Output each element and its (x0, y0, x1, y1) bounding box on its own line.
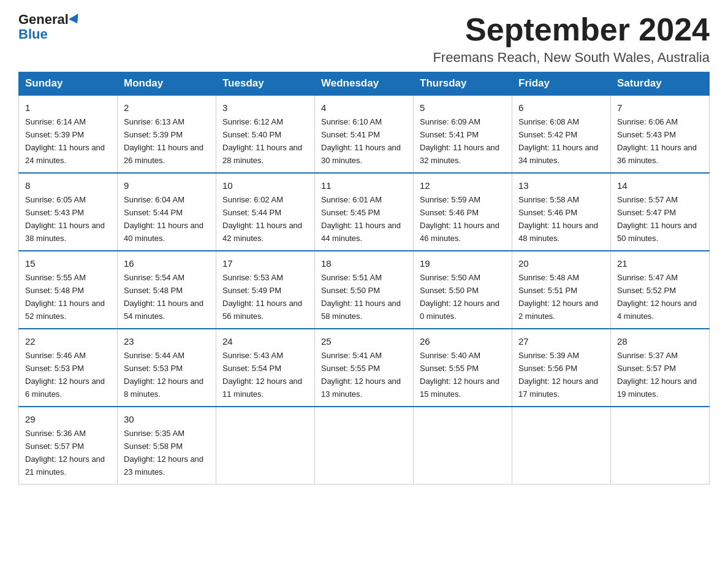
table-row: 21 Sunrise: 5:47 AMSunset: 5:52 PMDaylig… (611, 251, 710, 329)
day-number: 11 (321, 178, 407, 193)
day-info: Sunrise: 5:48 AMSunset: 5:51 PMDaylight:… (518, 273, 598, 321)
header-row: Sunday Monday Tuesday Wednesday Thursday… (19, 72, 710, 96)
table-row: 6 Sunrise: 6:08 AMSunset: 5:42 PMDayligh… (512, 95, 611, 173)
day-info: Sunrise: 5:57 AMSunset: 5:47 PMDaylight:… (617, 195, 697, 243)
table-row: 20 Sunrise: 5:48 AMSunset: 5:51 PMDaylig… (512, 251, 611, 329)
day-number: 23 (124, 334, 210, 348)
col-thursday: Thursday (414, 72, 512, 96)
logo-general: General (18, 12, 69, 27)
day-number: 30 (124, 412, 210, 426)
table-row (512, 407, 611, 484)
day-number: 15 (25, 256, 111, 270)
col-friday: Friday (512, 72, 611, 96)
day-info: Sunrise: 5:37 AMSunset: 5:57 PMDaylight:… (617, 351, 697, 399)
table-row: 9 Sunrise: 6:04 AMSunset: 5:44 PMDayligh… (118, 173, 216, 251)
table-row: 27 Sunrise: 5:39 AMSunset: 5:56 PMDaylig… (512, 329, 611, 407)
table-row: 1 Sunrise: 6:14 AMSunset: 5:39 PMDayligh… (19, 95, 118, 173)
day-info: Sunrise: 5:50 AMSunset: 5:50 PMDaylight:… (420, 273, 499, 321)
day-info: Sunrise: 5:55 AMSunset: 5:48 PMDaylight:… (25, 273, 105, 321)
table-row: 28 Sunrise: 5:37 AMSunset: 5:57 PMDaylig… (611, 329, 710, 407)
day-info: Sunrise: 6:05 AMSunset: 5:43 PMDaylight:… (25, 195, 105, 243)
day-number: 19 (420, 256, 506, 270)
day-info: Sunrise: 6:13 AMSunset: 5:39 PMDaylight:… (124, 117, 203, 165)
table-row: 13 Sunrise: 5:58 AMSunset: 5:46 PMDaylig… (512, 173, 611, 251)
table-row: 18 Sunrise: 5:51 AMSunset: 5:50 PMDaylig… (315, 251, 414, 329)
logo-triangle-icon (69, 13, 82, 26)
table-row: 4 Sunrise: 6:10 AMSunset: 5:41 PMDayligh… (315, 95, 414, 173)
day-info: Sunrise: 5:35 AMSunset: 5:58 PMDaylight:… (124, 429, 203, 477)
day-number: 22 (25, 334, 111, 348)
day-info: Sunrise: 5:41 AMSunset: 5:55 PMDaylight:… (321, 351, 401, 399)
table-row: 17 Sunrise: 5:53 AMSunset: 5:49 PMDaylig… (216, 251, 315, 329)
day-number: 4 (321, 101, 407, 115)
col-wednesday: Wednesday (315, 72, 414, 96)
day-info: Sunrise: 6:04 AMSunset: 5:44 PMDaylight:… (124, 195, 203, 243)
day-number: 1 (25, 101, 111, 115)
week-row: 22 Sunrise: 5:46 AMSunset: 5:53 PMDaylig… (19, 329, 710, 407)
day-number: 24 (222, 334, 308, 348)
day-number: 6 (518, 101, 604, 115)
day-info: Sunrise: 6:06 AMSunset: 5:43 PMDaylight:… (617, 117, 697, 165)
col-monday: Monday (118, 72, 216, 96)
day-number: 29 (25, 412, 111, 426)
day-info: Sunrise: 6:08 AMSunset: 5:42 PMDaylight:… (518, 117, 598, 165)
table-row: 19 Sunrise: 5:50 AMSunset: 5:50 PMDaylig… (414, 251, 512, 329)
day-number: 18 (321, 256, 407, 270)
day-number: 26 (420, 334, 506, 348)
week-row: 15 Sunrise: 5:55 AMSunset: 5:48 PMDaylig… (19, 251, 710, 329)
day-info: Sunrise: 5:51 AMSunset: 5:50 PMDaylight:… (321, 273, 401, 321)
day-number: 13 (518, 178, 604, 193)
table-row (611, 407, 710, 484)
day-number: 28 (617, 334, 703, 348)
table-row: 23 Sunrise: 5:44 AMSunset: 5:53 PMDaylig… (118, 329, 216, 407)
day-number: 5 (420, 101, 506, 115)
day-info: Sunrise: 5:36 AMSunset: 5:57 PMDaylight:… (25, 429, 105, 477)
day-info: Sunrise: 5:53 AMSunset: 5:49 PMDaylight:… (222, 273, 302, 321)
table-row: 29 Sunrise: 5:36 AMSunset: 5:57 PMDaylig… (19, 407, 118, 484)
calendar-table: Sunday Monday Tuesday Wednesday Thursday… (18, 72, 710, 484)
header: General Blue September 2024 Freemans Rea… (18, 12, 710, 66)
table-row (414, 407, 512, 484)
logo-blue: Blue (18, 27, 48, 42)
table-row: 22 Sunrise: 5:46 AMSunset: 5:53 PMDaylig… (19, 329, 118, 407)
day-number: 16 (124, 256, 210, 270)
day-info: Sunrise: 5:47 AMSunset: 5:52 PMDaylight:… (617, 273, 697, 321)
day-number: 7 (617, 101, 703, 115)
table-row: 5 Sunrise: 6:09 AMSunset: 5:41 PMDayligh… (414, 95, 512, 173)
table-row: 11 Sunrise: 6:01 AMSunset: 5:45 PMDaylig… (315, 173, 414, 251)
day-info: Sunrise: 5:39 AMSunset: 5:56 PMDaylight:… (518, 351, 598, 399)
col-saturday: Saturday (611, 72, 710, 96)
day-info: Sunrise: 6:14 AMSunset: 5:39 PMDaylight:… (25, 117, 105, 165)
week-row: 1 Sunrise: 6:14 AMSunset: 5:39 PMDayligh… (19, 95, 710, 173)
day-number: 20 (518, 256, 604, 270)
table-row: 30 Sunrise: 5:35 AMSunset: 5:58 PMDaylig… (118, 407, 216, 484)
day-info: Sunrise: 5:40 AMSunset: 5:55 PMDaylight:… (420, 351, 499, 399)
day-info: Sunrise: 5:59 AMSunset: 5:46 PMDaylight:… (420, 195, 499, 243)
table-row: 14 Sunrise: 5:57 AMSunset: 5:47 PMDaylig… (611, 173, 710, 251)
table-row (315, 407, 414, 484)
week-row: 29 Sunrise: 5:36 AMSunset: 5:57 PMDaylig… (19, 407, 710, 484)
day-info: Sunrise: 6:02 AMSunset: 5:44 PMDaylight:… (222, 195, 302, 243)
week-row: 8 Sunrise: 6:05 AMSunset: 5:43 PMDayligh… (19, 173, 710, 251)
day-number: 9 (124, 178, 210, 193)
day-info: Sunrise: 5:54 AMSunset: 5:48 PMDaylight:… (124, 273, 203, 321)
day-number: 10 (222, 178, 308, 193)
day-info: Sunrise: 6:12 AMSunset: 5:40 PMDaylight:… (222, 117, 302, 165)
day-info: Sunrise: 6:01 AMSunset: 5:45 PMDaylight:… (321, 195, 401, 243)
col-sunday: Sunday (19, 72, 118, 96)
day-info: Sunrise: 5:43 AMSunset: 5:54 PMDaylight:… (222, 351, 302, 399)
day-info: Sunrise: 6:10 AMSunset: 5:41 PMDaylight:… (321, 117, 401, 165)
day-info: Sunrise: 5:46 AMSunset: 5:53 PMDaylight:… (25, 351, 105, 399)
table-row (216, 407, 315, 484)
table-row: 15 Sunrise: 5:55 AMSunset: 5:48 PMDaylig… (19, 251, 118, 329)
table-row: 25 Sunrise: 5:41 AMSunset: 5:55 PMDaylig… (315, 329, 414, 407)
day-number: 27 (518, 334, 604, 348)
day-number: 14 (617, 178, 703, 193)
day-number: 3 (222, 101, 308, 115)
table-row: 2 Sunrise: 6:13 AMSunset: 5:39 PMDayligh… (118, 95, 216, 173)
table-row: 7 Sunrise: 6:06 AMSunset: 5:43 PMDayligh… (611, 95, 710, 173)
day-number: 12 (420, 178, 506, 193)
table-row: 8 Sunrise: 6:05 AMSunset: 5:43 PMDayligh… (19, 173, 118, 251)
day-number: 17 (222, 256, 308, 270)
day-info: Sunrise: 5:58 AMSunset: 5:46 PMDaylight:… (518, 195, 598, 243)
